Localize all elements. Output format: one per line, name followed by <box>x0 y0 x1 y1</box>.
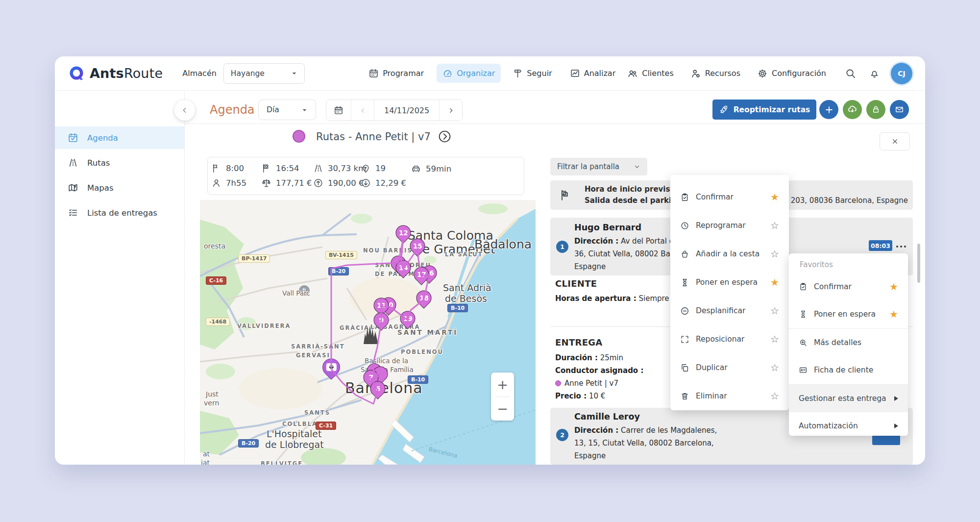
menu-item-reposicionar[interactable]: Reposicionar ☆ <box>670 325 789 353</box>
submenu-item-confirmar[interactable]: Confirmar ★ <box>789 273 908 300</box>
date-navigator: 14/11/2025 <box>326 99 463 121</box>
stop-time-badge: 08:03 <box>869 240 892 251</box>
current-date[interactable]: 14/11/2025 <box>374 100 440 121</box>
submenu-item-ficha-cliente[interactable]: Ficha de cliente <box>789 356 908 384</box>
submenu-header: Favoritos <box>800 260 833 269</box>
favorite-star[interactable]: ★ <box>889 309 898 319</box>
route-stats-card: 8:00 16:54 30,73 km 19 59min 7h55 <box>207 157 524 195</box>
favorite-star[interactable]: ★ <box>770 192 779 202</box>
horas-apertura: Horas de apertura : Siempre abi <box>555 294 683 303</box>
driver-color-dot <box>555 380 561 386</box>
submenu-item-automatizacion[interactable]: Automatización <box>789 412 908 440</box>
menu-item-reprogramar[interactable]: Reprogramar ☆ <box>670 211 789 240</box>
menu-item-confirmar[interactable]: Confirmar ★ <box>670 183 789 211</box>
circle-arrow-down-icon <box>361 178 371 188</box>
gear-icon <box>757 68 768 79</box>
road-icon <box>313 163 323 174</box>
sidebar-item-mapas[interactable]: Mapas <box>55 176 184 199</box>
clipboard-check-icon <box>680 193 689 202</box>
tab-programar[interactable]: Programar <box>363 64 430 83</box>
tab-organizar-label: Organizar <box>457 69 495 78</box>
submenu-item-poner-espera[interactable]: Poner en espera ★ <box>789 300 908 328</box>
close-pane-button[interactable] <box>880 132 910 150</box>
add-button[interactable] <box>819 100 838 119</box>
filter-label: Filtrar la pantalla <box>557 162 619 171</box>
sidebar-mapas-label: Mapas <box>87 183 114 193</box>
stop-address-line2: 36, Ciutat Vella, 08002 Ba <box>574 249 670 258</box>
sidebar: Agenda Rutas Mapas Lista de entregas <box>55 91 185 465</box>
menu-item-poner-espera[interactable]: Poner en espera ★ <box>670 268 789 297</box>
flag-icon <box>211 163 221 174</box>
user-avatar[interactable]: CJ <box>891 63 912 84</box>
menu-item-anadir-cesta[interactable]: Añadir a la cesta ☆ <box>670 240 789 268</box>
menu-item-duplicar[interactable]: Duplicar ☆ <box>670 353 789 382</box>
people-icon <box>627 68 638 79</box>
favorite-star[interactable]: ☆ <box>770 306 779 316</box>
mail-button[interactable] <box>890 100 909 119</box>
favorite-star[interactable]: ☆ <box>770 391 779 401</box>
road-icon <box>68 157 78 168</box>
menu-item-desplanificar[interactable]: Desplanificar ☆ <box>670 297 789 325</box>
nav-recursos[interactable]: Recursos <box>685 64 746 83</box>
finish-flag-icon <box>261 163 271 174</box>
favorite-star[interactable]: ☆ <box>770 363 779 373</box>
chevron-down-icon <box>291 70 297 76</box>
prev-day-button[interactable] <box>351 100 374 121</box>
sidebar-item-agenda[interactable]: Agenda <box>55 126 184 149</box>
flag-icon <box>559 189 572 201</box>
favorite-star[interactable]: ☆ <box>770 249 779 259</box>
sidebar-agenda-label: Agenda <box>87 133 118 143</box>
main-content: Agenda Día 14/11/2025 Reoptimizar rutas <box>185 91 925 465</box>
zoom-in-button[interactable]: + <box>491 373 514 397</box>
rocket-icon <box>719 105 729 115</box>
route-detail-chevron-icon[interactable] <box>438 129 452 144</box>
zoom-out-button[interactable]: − <box>491 397 514 421</box>
conductor-label-row: Conductor asignado : <box>555 366 643 375</box>
notice-line1: Hora de inicio prevista <box>585 185 679 194</box>
bell-icon[interactable] <box>869 68 880 79</box>
nav-clientes[interactable]: Clientes <box>621 64 680 83</box>
nav-configuracion[interactable]: Configuración <box>751 64 832 83</box>
lock-button[interactable] <box>866 100 885 119</box>
collapse-sidebar-button[interactable] <box>174 100 195 121</box>
sidebar-lista-label: Lista de entregas <box>87 208 157 218</box>
calendar-picker-button[interactable] <box>326 100 351 121</box>
favorite-star[interactable]: ★ <box>770 277 779 287</box>
filter-screen-dropdown[interactable]: Filtrar la pantalla <box>550 158 647 175</box>
next-day-button[interactable] <box>440 100 462 121</box>
menu-item-eliminar[interactable]: Eliminar ☆ <box>670 382 789 410</box>
stop-more-menu[interactable] <box>896 243 906 250</box>
tab-analizar[interactable]: Analizar <box>564 64 622 83</box>
reoptimize-routes-button[interactable]: Reoptimizar rutas <box>712 99 816 120</box>
sidebar-item-lista-entregas[interactable]: Lista de entregas <box>55 201 184 224</box>
precio-row: Precio : 10 € <box>555 392 605 400</box>
cloud-download-button[interactable] <box>843 100 862 119</box>
top-navbar: AntsRoute Almacén Hayange Programar Orga… <box>55 56 925 91</box>
stat-start-time: 8:00 <box>211 163 244 174</box>
submenu-item-gestionar-entrega[interactable]: Gestionar esta entrega <box>789 385 908 412</box>
tab-organizar[interactable]: Organizar <box>437 64 501 83</box>
warehouse-select[interactable]: Hayange <box>223 63 305 84</box>
stop-address-line1: Dirección : Carrer de les Magdalenes, <box>574 426 717 435</box>
tab-seguir[interactable]: Seguir <box>507 64 558 83</box>
view-mode-select[interactable]: Día <box>258 99 316 120</box>
favorite-star[interactable]: ☆ <box>770 221 779 230</box>
page: AntsRoute Almacén Hayange Programar Orga… <box>0 0 980 522</box>
submenu-item-mas-detalles[interactable]: Más detalles <box>789 329 908 356</box>
panel-scrollbar[interactable] <box>917 244 920 283</box>
nav-recursos-label: Recursos <box>705 69 740 78</box>
person-gear-icon <box>690 68 701 79</box>
minus-circle-icon <box>680 306 689 316</box>
notice-line2: Salida desde el parkin <box>585 196 677 205</box>
stat-end-time: 16:54 <box>261 163 299 174</box>
favorite-star[interactable]: ☆ <box>770 334 779 344</box>
favorite-star[interactable]: ★ <box>889 282 898 292</box>
hourglass-icon <box>799 310 808 319</box>
search-icon[interactable] <box>845 68 856 79</box>
sidebar-item-rutas[interactable]: Rutas <box>55 151 184 174</box>
map[interactable]: ⇅ Santa Colomade GramenetBadalonaLA SALU… <box>200 200 536 465</box>
nav-clientes-label: Clientes <box>642 69 674 78</box>
brand-logo[interactable]: AntsRoute <box>68 65 163 82</box>
stop-address-line3: Espagne <box>574 451 606 460</box>
checklist-icon <box>68 207 78 218</box>
